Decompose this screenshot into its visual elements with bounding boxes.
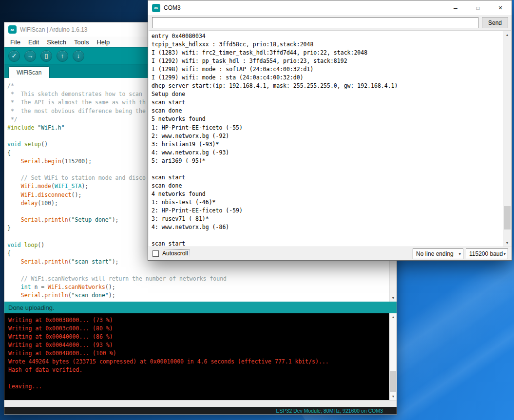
open-button[interactable]: ↑: [57, 50, 68, 62]
serial-line: 4 networks found: [152, 190, 398, 198]
console-line: Hash of data verified.: [8, 366, 329, 374]
serial-line: 5 networks found: [152, 115, 398, 123]
serial-line: dhcp server start:(ip: 192.168.4.1, mask…: [152, 82, 398, 90]
serial-line: tcpip_task_hdlxxx : 3ffd58cc, prio:18,st…: [152, 40, 398, 49]
save-button[interactable]: ↓: [73, 50, 84, 62]
console-line: Writing at 0x00038000... (73 %): [8, 316, 329, 325]
line-ending-select[interactable]: No line ending ▾: [413, 248, 463, 259]
upload-button[interactable]: →: [24, 50, 36, 62]
serial-line: [152, 231, 398, 240]
board-status-bar: ESP32 Dev Module, 80MHz, 921600 on COM3: [4, 407, 397, 414]
serial-line: [152, 165, 398, 173]
serial-line: 4: www.networx.bg (-93): [152, 149, 398, 157]
new-sketch-button[interactable]: ▯: [40, 50, 52, 62]
console-line: Writing at 0x00044000... (93 %): [8, 341, 329, 349]
baud-rate-select[interactable]: 115200 baud ▾: [466, 248, 508, 259]
serial-line: entry 0x40080034: [152, 32, 398, 40]
upload-status-bar: Done uploading.: [4, 302, 397, 313]
console-scrollbar-thumb[interactable]: [390, 371, 396, 392]
arduino-logo-icon: ∞: [8, 25, 17, 34]
serial-line: 5: ari369 (-95)*: [152, 157, 398, 165]
serial-line: scan start: [152, 240, 398, 247]
serial-line: 1: HP-Print-EE-ficeto (-55): [152, 124, 398, 132]
menu-edit[interactable]: Edit: [24, 38, 43, 47]
open-icon: ↑: [61, 53, 64, 59]
serial-line: 2: HP-Print-EE-ficeto (-59): [152, 207, 398, 215]
serial-line: 1: nbis-test (-46)*: [152, 198, 398, 207]
scroll-up-icon[interactable]: ▲: [503, 31, 511, 39]
close-button[interactable]: ✕: [489, 0, 512, 15]
serial-line: I (1292) wifi: pp_task_hdl : 3ffda554, p…: [152, 57, 398, 65]
serial-line: I (1298) wifi: mode : softAP (24:0a:c4:0…: [152, 65, 398, 74]
serial-line: 2: www.networx.bg (-92): [152, 132, 398, 140]
serial-line: scan start: [152, 98, 398, 107]
baud-rate-value: 115200 baud: [469, 250, 503, 257]
save-icon: ↓: [77, 53, 80, 59]
serial-line: 3: hristian19 (-93)*: [152, 140, 398, 149]
verify-icon: ✓: [12, 53, 17, 59]
menu-help[interactable]: Help: [93, 38, 114, 47]
scroll-down-icon[interactable]: ▼: [390, 393, 397, 400]
serial-input-row: Send: [148, 15, 512, 30]
autoscroll-checkbox[interactable]: [152, 250, 159, 257]
serial-line: scan done: [152, 107, 398, 115]
console-output[interactable]: Writing at 0x00038000... (73 %)Writing a…: [4, 313, 397, 400]
chevron-down-icon: ▾: [503, 251, 506, 256]
console-line: [8, 374, 329, 382]
console-line: Writing at 0x0003c000... (80 %): [8, 325, 329, 333]
verify-button[interactable]: ✓: [8, 50, 20, 62]
code-line: Serial.println("scan done");: [7, 291, 227, 300]
tab-wifiscan[interactable]: WiFiScan: [8, 66, 50, 78]
code-line: [7, 266, 227, 274]
serial-line: Setup done: [152, 90, 398, 98]
minimize-button[interactable]: –: [444, 0, 467, 15]
serial-monitor-window: ∞ COM3 –□✕ Send entry 0x40080034tcpip_ta…: [148, 0, 512, 261]
serial-line: I (1299) wifi: mode : sta (24:0a:c4:00:3…: [152, 74, 398, 82]
serial-monitor-title: COM3: [164, 4, 181, 11]
ide-window-title: WiFiScan | Arduino 1.6.13: [20, 26, 88, 33]
serial-scrollbar[interactable]: ▲ ▼: [503, 31, 511, 247]
serial-line: I (1283) wifi: frc2_timer_task_hdl:3ffd7…: [152, 49, 398, 57]
scroll-down-icon[interactable]: ▼: [503, 239, 511, 247]
line-ending-value: No line ending: [416, 250, 454, 257]
console-scrollbar[interactable]: ▲ ▼: [389, 313, 397, 400]
serial-line: 3: rusev71 (-81)*: [152, 215, 398, 223]
upload-status-text: Done uploading.: [8, 304, 55, 311]
serial-lines: entry 0x40080034tcpip_task_hdlxxx : 3ffd…: [152, 32, 398, 247]
autoscroll-label: Autoscroll: [161, 250, 189, 257]
arduino-logo-icon: ∞: [152, 4, 160, 12]
new-sketch-icon: ▯: [44, 53, 48, 59]
console-line: Writing at 0x00048000... (100 %): [8, 349, 329, 358]
chevron-down-icon: ▾: [458, 251, 461, 256]
menu-tools[interactable]: Tools: [70, 38, 93, 47]
console-line: Leaving...: [8, 382, 329, 391]
code-line: int n = WiFi.scanNetworks();: [7, 283, 227, 291]
serial-scrollbar-thumb[interactable]: [504, 206, 511, 229]
scroll-down-icon[interactable]: ▼: [390, 294, 397, 302]
serial-monitor-titlebar[interactable]: ∞ COM3 –□✕: [148, 0, 512, 15]
scroll-up-icon[interactable]: ▲: [390, 313, 397, 321]
serial-input[interactable]: [152, 17, 478, 28]
code-line: // WiFi.scanNetworks will return the num…: [7, 275, 227, 283]
serial-line: 4: www.networx.bg (-86): [152, 223, 398, 231]
board-info-text: ESP32 Dev Module, 80MHz, 921600 on COM3: [276, 408, 383, 414]
menu-sketch[interactable]: Sketch: [43, 38, 70, 47]
console-line: Writing at 0x00040000... (86 %): [8, 333, 329, 341]
console-lines: Writing at 0x00038000... (73 %)Writing a…: [8, 316, 329, 391]
send-button[interactable]: Send: [482, 17, 508, 28]
upload-icon: →: [27, 53, 34, 59]
serial-line: scan start: [152, 173, 398, 182]
maximize-button[interactable]: □: [467, 0, 489, 15]
console-horizontal-scrollbar[interactable]: [4, 400, 397, 407]
serial-monitor-bottombar: Autoscroll No line ending ▾ 115200 baud …: [148, 247, 512, 260]
window-controls: –□✕: [444, 0, 512, 15]
serial-line: scan done: [152, 182, 398, 190]
console-line: Wrote 449264 bytes (233715 compressed) a…: [8, 358, 329, 366]
serial-output[interactable]: entry 0x40080034tcpip_task_hdlxxx : 3ffd…: [149, 30, 511, 247]
menu-file[interactable]: File: [6, 38, 24, 47]
